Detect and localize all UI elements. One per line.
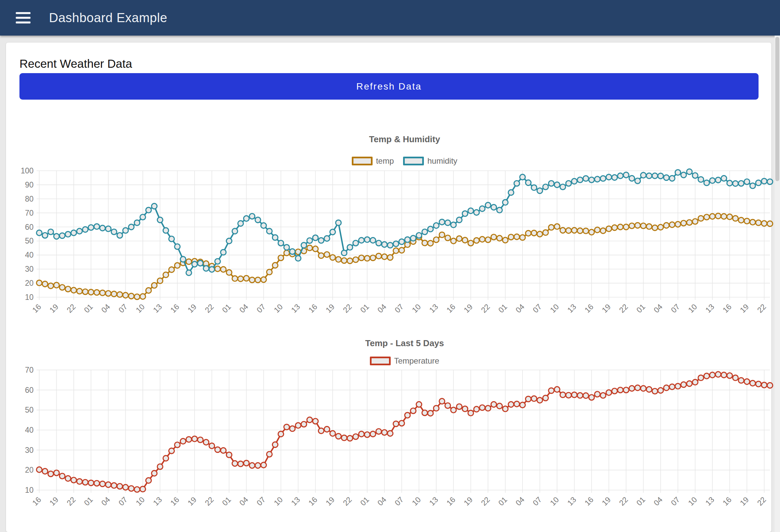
svg-text:10: 10	[410, 302, 422, 314]
svg-text:10: 10	[548, 302, 560, 314]
svg-text:01: 01	[635, 302, 647, 314]
svg-text:22: 22	[617, 495, 629, 507]
svg-text:16: 16	[31, 495, 43, 507]
svg-text:22: 22	[65, 302, 77, 314]
svg-text:16: 16	[169, 302, 181, 314]
page-scrollbar[interactable]	[775, 36, 780, 532]
svg-text:10: 10	[686, 302, 698, 314]
svg-text:01: 01	[82, 495, 94, 507]
svg-text:01: 01	[358, 495, 371, 507]
svg-text:13: 13	[703, 302, 716, 314]
axis-tick-labels: 7060504030201016192201040710131619220104…	[25, 366, 768, 507]
svg-text:100: 100	[21, 166, 34, 175]
svg-text:13: 13	[566, 495, 578, 507]
svg-text:22: 22	[479, 495, 491, 507]
svg-text:01: 01	[220, 302, 232, 314]
svg-text:22: 22	[341, 302, 353, 314]
svg-text:16: 16	[445, 495, 457, 507]
svg-text:07: 07	[117, 302, 129, 314]
svg-text:07: 07	[669, 302, 681, 314]
svg-text:19: 19	[48, 302, 60, 314]
svg-text:04: 04	[652, 495, 664, 507]
dashboard-page: Dashboard Example Recent Weather Data Re…	[0, 0, 780, 532]
svg-text:07: 07	[531, 495, 543, 507]
scrollbar-thumb[interactable]	[775, 37, 779, 181]
svg-text:07: 07	[393, 302, 405, 314]
svg-text:40: 40	[25, 251, 34, 259]
svg-text:13: 13	[289, 495, 301, 507]
svg-text:07: 07	[531, 302, 543, 314]
svg-text:04: 04	[514, 495, 526, 507]
svg-text:10: 10	[410, 495, 422, 507]
svg-text:19: 19	[462, 302, 474, 314]
svg-text:07: 07	[255, 495, 267, 507]
series-temp	[37, 213, 773, 299]
svg-text:22: 22	[65, 495, 77, 507]
svg-text:22: 22	[341, 495, 353, 507]
svg-text:19: 19	[186, 302, 198, 314]
svg-text:16: 16	[583, 495, 595, 507]
svg-text:07: 07	[393, 495, 405, 507]
svg-text:13: 13	[566, 302, 578, 314]
svg-text:19: 19	[600, 302, 612, 314]
svg-text:50: 50	[25, 237, 34, 245]
svg-text:07: 07	[669, 495, 681, 507]
chart-2-plot[interactable]: 7060504030201016192201040710131619220104…	[25, 366, 773, 507]
chart-1-plot[interactable]: 1009080706050403020101619220104071013161…	[21, 166, 773, 315]
series-Temperature	[37, 372, 773, 492]
svg-text:16: 16	[583, 302, 595, 314]
svg-text:22: 22	[755, 495, 768, 507]
svg-text:10: 10	[134, 495, 146, 507]
svg-text:10: 10	[548, 495, 560, 507]
svg-text:07: 07	[117, 495, 129, 507]
svg-text:20: 20	[25, 279, 34, 287]
svg-text:80: 80	[25, 195, 34, 203]
svg-text:13: 13	[289, 302, 301, 314]
svg-text:16: 16	[445, 302, 457, 314]
svg-text:60: 60	[25, 386, 34, 394]
svg-text:01: 01	[82, 302, 94, 314]
svg-text:70: 70	[25, 366, 34, 374]
svg-text:10: 10	[25, 293, 34, 301]
svg-text:22: 22	[203, 495, 215, 507]
svg-text:16: 16	[307, 302, 319, 314]
svg-text:10: 10	[134, 302, 146, 314]
svg-text:01: 01	[220, 495, 232, 507]
svg-text:19: 19	[462, 495, 474, 507]
svg-text:10: 10	[272, 495, 284, 507]
svg-text:40: 40	[25, 426, 34, 434]
svg-text:20: 20	[25, 466, 34, 474]
svg-text:16: 16	[169, 495, 181, 507]
svg-text:50: 50	[25, 405, 34, 414]
svg-text:16: 16	[721, 302, 733, 314]
svg-text:22: 22	[479, 302, 491, 314]
svg-text:70: 70	[25, 209, 34, 217]
svg-text:22: 22	[617, 302, 629, 314]
svg-text:07: 07	[255, 302, 267, 314]
svg-text:16: 16	[31, 302, 43, 314]
svg-text:04: 04	[376, 302, 388, 315]
svg-text:30: 30	[25, 265, 34, 273]
weather-charts-canvas[interactable]: 1009080706050403020101619220104071013161…	[0, 0, 780, 532]
svg-text:01: 01	[635, 495, 647, 507]
svg-text:30: 30	[25, 446, 34, 454]
svg-text:13: 13	[428, 302, 440, 314]
svg-text:10: 10	[272, 302, 284, 314]
svg-text:10: 10	[686, 495, 698, 507]
svg-text:19: 19	[738, 495, 750, 507]
svg-text:04: 04	[376, 495, 388, 507]
svg-text:60: 60	[25, 223, 34, 232]
svg-text:19: 19	[324, 495, 336, 507]
svg-text:22: 22	[755, 302, 768, 314]
svg-text:16: 16	[307, 495, 319, 507]
svg-text:19: 19	[324, 302, 336, 314]
axis-tick-labels: 1009080706050403020101619220104071013161…	[21, 166, 768, 315]
svg-text:19: 19	[738, 302, 750, 314]
svg-text:04: 04	[100, 302, 112, 315]
svg-text:04: 04	[514, 302, 526, 315]
svg-text:04: 04	[652, 302, 664, 315]
svg-text:01: 01	[497, 302, 509, 314]
svg-text:19: 19	[186, 495, 198, 507]
svg-text:01: 01	[497, 495, 509, 507]
svg-text:13: 13	[703, 495, 716, 507]
